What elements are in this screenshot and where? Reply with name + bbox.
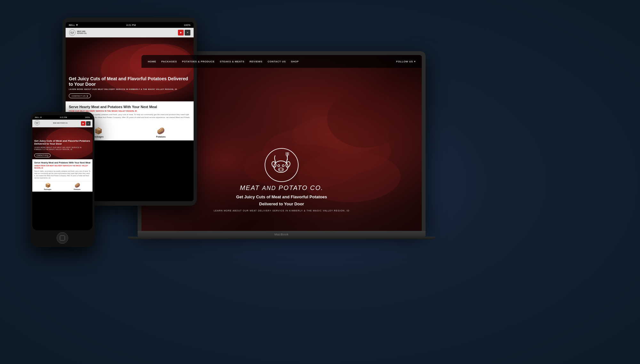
svg-point-25 — [72, 33, 73, 34]
svg-point-16 — [278, 168, 284, 171]
macbook-base — [138, 231, 426, 237]
mac-tagline-line1: Get Juicy Cuts of Meat and Flavorful Pot… — [141, 194, 422, 200]
ipad-nav-icons: ▶ ≡ — [178, 30, 190, 36]
svg-point-29 — [35, 120, 40, 125]
iphone-packages-label: Packages — [34, 188, 62, 190]
ipad-carrier: BELL ▼ — [69, 24, 78, 27]
iphone-section-subtitle: ORDER FROM OUR MEAT DELIVERY SERVICE IN … — [34, 165, 91, 169]
iphone-time: 4:21 PM — [60, 116, 67, 118]
svg-point-35 — [37, 123, 37, 124]
mac-tagline-line2: Delivered to Your Door — [141, 201, 422, 207]
ipad-logo: MEAT AND POTATO CO. — [69, 29, 90, 36]
iphone-card-packages: 📦 Packages — [34, 183, 62, 190]
ipad-hero: Get Juicy Cuts of Meat and Flavorful Pot… — [66, 37, 194, 101]
svg-point-17 — [279, 169, 280, 170]
iphone-potatoes-label: Potatoes — [63, 188, 91, 190]
iphone-screen: BELL ▼ 4:21 PM 100% — [32, 115, 92, 230]
ipad-time: 4:21 PM — [126, 24, 136, 27]
ipad-cow-icon — [69, 29, 76, 36]
svg-point-33 — [36, 123, 37, 123]
iphone-carrier: BELL ▼ — [35, 116, 42, 118]
nav-contact[interactable]: CONTACT US — [268, 60, 286, 63]
iphone-cta-button[interactable]: CONTACT US ❯ — [34, 154, 51, 157]
potatoes-icon: 🥔 — [131, 127, 191, 135]
iphone-brand-text: MEAT AND POTATO CO. — [53, 123, 68, 124]
iphone-nav-icons: ▶ ≡ — [81, 121, 91, 126]
iphone-logo — [34, 120, 40, 127]
nav-packages[interactable]: PACKAGES — [161, 60, 177, 63]
iphone-home-button[interactable] — [57, 232, 68, 244]
iphone-content-section: Serve Hearty Meat and Potatoes With Your… — [32, 159, 92, 181]
ipad-navbar: MEAT AND POTATO CO. ▶ ≡ — [66, 28, 194, 37]
iphone-hero-text: Get Juicy Cuts of Meat and Flavorful Pot… — [34, 139, 91, 157]
svg-point-7 — [265, 148, 298, 182]
follow-us-nav[interactable]: FOLLOW US ▾ — [396, 60, 415, 63]
ipad-nav-icon-red[interactable]: ▶ — [178, 30, 184, 36]
ipad-section-title: Serve Hearty Meat and Potatoes With Your… — [69, 105, 190, 109]
iphone-section-title: Serve Hearty Meat and Potatoes With Your… — [34, 161, 91, 164]
cow-logo-icon — [262, 146, 301, 184]
svg-point-18 — [282, 169, 283, 170]
iphone-navbar: MEAT AND POTATO CO. ▶ ≡ — [32, 120, 92, 127]
nav-shop[interactable]: SHOP — [291, 60, 299, 63]
mac-navbar: HOME PACKAGES POTATOES & PRODUCE STEAKS … — [141, 55, 422, 68]
mac-logo — [262, 146, 301, 184]
iphone-card-potatoes: 🥔 Potatoes — [63, 183, 91, 190]
iphone-cow-icon — [34, 120, 40, 126]
iphone-nav-icon-menu[interactable]: ≡ — [86, 121, 91, 126]
svg-point-11 — [274, 161, 288, 172]
iphone-battery: 100% — [85, 116, 90, 118]
mac-nav-links: HOME PACKAGES POTATOES & PRODUCE STEAKS … — [148, 60, 299, 63]
svg-point-5 — [327, 90, 404, 148]
mac-hero-content: MEAT and POTATO CO. Get Juicy Cuts of Me… — [141, 146, 422, 212]
ipad-nav-icon-menu[interactable]: ≡ — [185, 30, 190, 36]
iphone-status-bar: BELL ▼ 4:21 PM 100% — [32, 115, 92, 120]
nav-potatoes[interactable]: POTATOES & PRODUCE — [182, 60, 215, 63]
iphone-outer: BELL ▼ 4:21 PM 100% — [30, 112, 94, 247]
nav-home[interactable]: HOME — [148, 60, 156, 63]
nav-reviews[interactable]: REVIEWS — [250, 60, 262, 63]
mac-subtagline: LEARN MORE ABOUT OUR MEAT DELIVERY SERVI… — [141, 210, 422, 212]
iphone-packages-icon: 📦 — [34, 183, 62, 188]
ipad-hero-subtitle: LEARN MORE ABOUT OUR MEAT DELIVERY SERVI… — [69, 88, 190, 90]
ipad-hero-text: Get Juicy Cuts of Meat and Flavorful Pot… — [69, 76, 190, 98]
ipad-card-potatoes: 🥔 Potatoes — [131, 127, 191, 138]
iphone-section-body: Here in Idaho, we produce top-quality po… — [34, 170, 91, 179]
svg-point-23 — [72, 32, 72, 33]
iphone-nav-icon-red[interactable]: ▶ — [81, 121, 85, 126]
iphone-device: BELL ▼ 4:21 PM 100% — [30, 112, 94, 247]
mac-brand-name: MEAT and POTATO CO. — [141, 184, 422, 192]
potatoes-label: Potatoes — [131, 136, 191, 138]
iphone-hero: Get Juicy Cuts of Meat and Flavorful Pot… — [32, 127, 92, 159]
ipad-status-bar: BELL ▼ 4:21 PM 100% — [66, 22, 194, 28]
svg-point-24 — [72, 32, 73, 33]
ipad-hero-title: Get Juicy Cuts of Meat and Flavorful Pot… — [69, 76, 190, 87]
iphone-hero-subtitle: LEARN MORE ABOUT OUR MEAT DELIVERY SERVI… — [34, 146, 91, 150]
iphone-hero-title: Get Juicy Cuts of Meat and Flavorful Pot… — [34, 139, 91, 146]
iphone-potatoes-icon: 🥔 — [63, 183, 91, 188]
svg-point-15 — [282, 165, 284, 167]
svg-point-14 — [278, 165, 280, 167]
svg-point-34 — [37, 123, 37, 123]
nav-steaks[interactable]: STEAKS & MEATS — [220, 60, 244, 63]
macbook-foot — [128, 237, 435, 239]
ipad-battery: 100% — [184, 24, 190, 27]
iphone-cards: 📦 Packages 🥔 Potatoes — [32, 181, 92, 192]
ipad-brand-text: MEAT AND POTATO CO. — [77, 31, 90, 34]
svg-point-19 — [69, 29, 75, 36]
ipad-cta-button[interactable]: CONTACT US ❯ — [69, 93, 91, 98]
